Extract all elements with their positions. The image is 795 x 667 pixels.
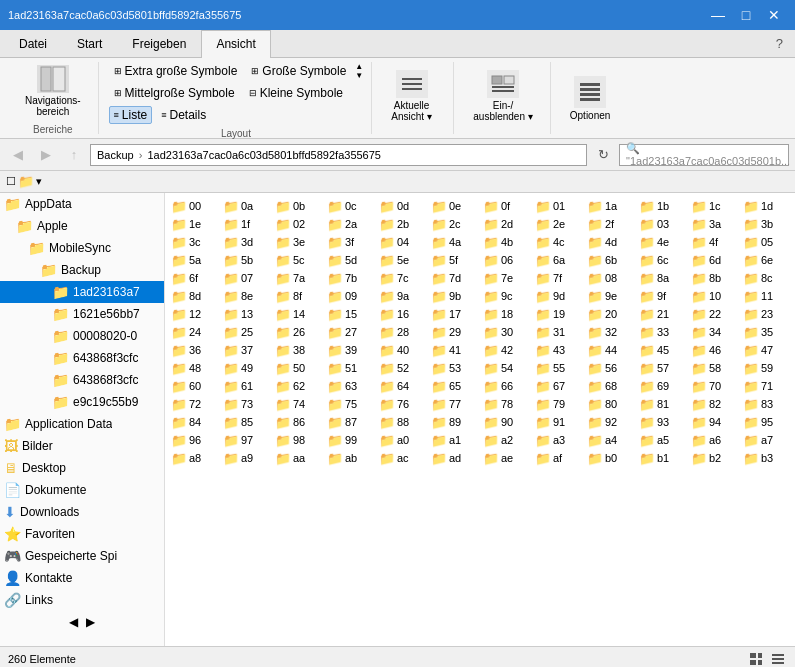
file-item[interactable]: 📁a2 — [481, 431, 533, 449]
file-item[interactable]: 📁a8 — [169, 449, 221, 467]
sidebar-item-643868f3b[interactable]: 📁 643868f3cfc — [0, 369, 164, 391]
file-item[interactable]: 📁0c — [325, 197, 377, 215]
file-item[interactable]: 📁2f — [585, 215, 637, 233]
forward-button[interactable]: ▶ — [34, 143, 58, 167]
file-item[interactable]: 📁14 — [273, 305, 325, 323]
file-item[interactable]: 📁aa — [273, 449, 325, 467]
file-item[interactable]: 📁30 — [481, 323, 533, 341]
minimize-button[interactable]: — — [705, 5, 731, 25]
file-item[interactable]: 📁99 — [325, 431, 377, 449]
sidebar-item-dokumente[interactable]: 📄 Dokumente — [0, 479, 164, 501]
file-item[interactable]: 📁4e — [637, 233, 689, 251]
checkbox-pin[interactable]: ☐ — [6, 175, 16, 188]
file-item[interactable]: 📁90 — [481, 413, 533, 431]
file-item[interactable]: 📁2b — [377, 215, 429, 233]
sidebar-item-backup[interactable]: 📁 Backup — [0, 259, 164, 281]
file-item[interactable]: 📁07 — [221, 269, 273, 287]
folder-icon-quick[interactable]: 📁 — [18, 174, 34, 189]
small-btn[interactable]: ⊟ Kleine Symbole — [244, 84, 348, 102]
file-item[interactable]: 📁68 — [585, 377, 637, 395]
details-btn[interactable]: ≡ Details — [156, 106, 211, 124]
file-item[interactable]: 📁43 — [533, 341, 585, 359]
file-item[interactable]: 📁8b — [689, 269, 741, 287]
tab-datei[interactable]: Datei — [4, 30, 62, 58]
file-item[interactable]: 📁33 — [637, 323, 689, 341]
file-item[interactable]: 📁ab — [325, 449, 377, 467]
file-item[interactable]: 📁0a — [221, 197, 273, 215]
sidebar-item-links[interactable]: 🔗 Links — [0, 589, 164, 611]
file-item[interactable]: 📁36 — [169, 341, 221, 359]
file-item[interactable]: 📁10 — [689, 287, 741, 305]
file-item[interactable]: 📁0b — [273, 197, 325, 215]
sidebar-scroll-left[interactable]: ◀ — [69, 615, 78, 629]
file-item[interactable]: 📁09 — [325, 287, 377, 305]
file-item[interactable]: 📁52 — [377, 359, 429, 377]
file-item[interactable]: 📁3c — [169, 233, 221, 251]
file-item[interactable]: 📁39 — [325, 341, 377, 359]
file-item[interactable]: 📁08 — [585, 269, 637, 287]
file-item[interactable]: 📁af — [533, 449, 585, 467]
file-item[interactable]: 📁b3 — [741, 449, 793, 467]
file-item[interactable]: 📁7d — [429, 269, 481, 287]
file-item[interactable]: 📁3e — [273, 233, 325, 251]
file-item[interactable]: 📁85 — [221, 413, 273, 431]
file-item[interactable]: 📁35 — [741, 323, 793, 341]
file-item[interactable]: 📁6c — [637, 251, 689, 269]
file-item[interactable]: 📁5d — [325, 251, 377, 269]
file-item[interactable]: 📁1e — [169, 215, 221, 233]
file-item[interactable]: 📁46 — [689, 341, 741, 359]
file-item[interactable]: 📁57 — [637, 359, 689, 377]
file-item[interactable]: 📁54 — [481, 359, 533, 377]
file-item[interactable]: 📁5f — [429, 251, 481, 269]
list-view-btn[interactable] — [747, 650, 765, 668]
file-item[interactable]: 📁7a — [273, 269, 325, 287]
sidebar-item-kontakte[interactable]: 👤 Kontakte — [0, 567, 164, 589]
tab-freigeben[interactable]: Freigeben — [117, 30, 201, 58]
sidebar-item-appdata2[interactable]: 📁 Application Data — [0, 413, 164, 435]
file-item[interactable]: 📁86 — [273, 413, 325, 431]
file-item[interactable]: 📁89 — [429, 413, 481, 431]
file-item[interactable]: 📁74 — [273, 395, 325, 413]
file-item[interactable]: 📁62 — [273, 377, 325, 395]
file-item[interactable]: 📁45 — [637, 341, 689, 359]
file-item[interactable]: 📁11 — [741, 287, 793, 305]
file-item[interactable]: 📁6d — [689, 251, 741, 269]
file-item[interactable]: 📁7f — [533, 269, 585, 287]
file-item[interactable]: 📁5a — [169, 251, 221, 269]
tab-start[interactable]: Start — [62, 30, 117, 58]
file-item[interactable]: 📁61 — [221, 377, 273, 395]
file-item[interactable]: 📁6b — [585, 251, 637, 269]
file-item[interactable]: 📁0e — [429, 197, 481, 215]
file-item[interactable]: 📁93 — [637, 413, 689, 431]
file-item[interactable]: 📁8c — [741, 269, 793, 287]
file-item[interactable]: 📁47 — [741, 341, 793, 359]
file-item[interactable]: 📁03 — [637, 215, 689, 233]
file-item[interactable]: 📁2e — [533, 215, 585, 233]
file-item[interactable]: 📁28 — [377, 323, 429, 341]
file-item[interactable]: 📁3a — [689, 215, 741, 233]
file-item[interactable]: 📁8d — [169, 287, 221, 305]
file-item[interactable]: 📁40 — [377, 341, 429, 359]
file-item[interactable]: 📁25 — [221, 323, 273, 341]
file-item[interactable]: 📁60 — [169, 377, 221, 395]
file-item[interactable]: 📁a3 — [533, 431, 585, 449]
file-item[interactable]: 📁3f — [325, 233, 377, 251]
file-item[interactable]: 📁00 — [169, 197, 221, 215]
file-item[interactable]: 📁2c — [429, 215, 481, 233]
file-item[interactable]: 📁2d — [481, 215, 533, 233]
sidebar-item-bilder[interactable]: 🖼 Bilder — [0, 435, 164, 457]
file-item[interactable]: 📁23 — [741, 305, 793, 323]
file-item[interactable]: 📁9b — [429, 287, 481, 305]
file-item[interactable]: 📁02 — [273, 215, 325, 233]
file-item[interactable]: 📁a9 — [221, 449, 273, 467]
sidebar-item-643868f3a[interactable]: 📁 643868f3cfc — [0, 347, 164, 369]
back-button[interactable]: ◀ — [6, 143, 30, 167]
file-item[interactable]: 📁72 — [169, 395, 221, 413]
file-item[interactable]: 📁1f — [221, 215, 273, 233]
file-item[interactable]: 📁27 — [325, 323, 377, 341]
file-item[interactable]: 📁6f — [169, 269, 221, 287]
up-button[interactable]: ↑ — [62, 143, 86, 167]
file-item[interactable]: 📁ae — [481, 449, 533, 467]
scroll-down[interactable]: ▼ — [355, 71, 363, 80]
file-item[interactable]: 📁94 — [689, 413, 741, 431]
